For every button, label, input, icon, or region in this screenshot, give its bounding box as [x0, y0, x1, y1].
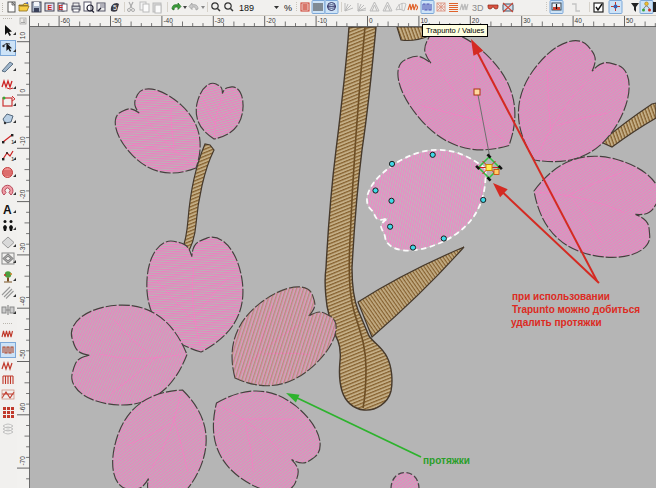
- svg-text:-10: -10: [19, 136, 26, 146]
- svg-text:-50: -50: [19, 349, 26, 359]
- svg-text:-20: -20: [266, 17, 276, 24]
- svg-text:0: 0: [369, 17, 373, 24]
- svg-text:-40: -40: [163, 17, 173, 24]
- svg-text:-70: -70: [19, 456, 26, 466]
- svg-text:A: A: [3, 203, 12, 217]
- svg-text:40: 40: [575, 17, 583, 24]
- svg-text:-30: -30: [215, 17, 225, 24]
- svg-text:-30: -30: [19, 243, 26, 253]
- svg-text:E: E: [59, 4, 64, 11]
- svg-text:10: 10: [420, 17, 428, 24]
- svg-text:20: 20: [472, 17, 480, 24]
- svg-text:50: 50: [626, 17, 634, 24]
- svg-text:189: 189: [239, 3, 254, 13]
- svg-text:-40: -40: [19, 296, 26, 306]
- svg-text:0: 0: [19, 89, 26, 93]
- svg-text:-20: -20: [19, 189, 26, 199]
- svg-text:3D: 3D: [472, 3, 484, 13]
- svg-text:E: E: [48, 4, 53, 11]
- svg-text:5: 5: [113, 4, 117, 11]
- svg-text:-60: -60: [19, 403, 26, 413]
- svg-text:-10: -10: [318, 17, 328, 24]
- svg-text:10: 10: [19, 32, 26, 40]
- svg-text:30: 30: [523, 17, 531, 24]
- svg-text:-50: -50: [112, 17, 122, 24]
- svg-text:-60: -60: [61, 17, 71, 24]
- svg-text:%: %: [284, 3, 292, 13]
